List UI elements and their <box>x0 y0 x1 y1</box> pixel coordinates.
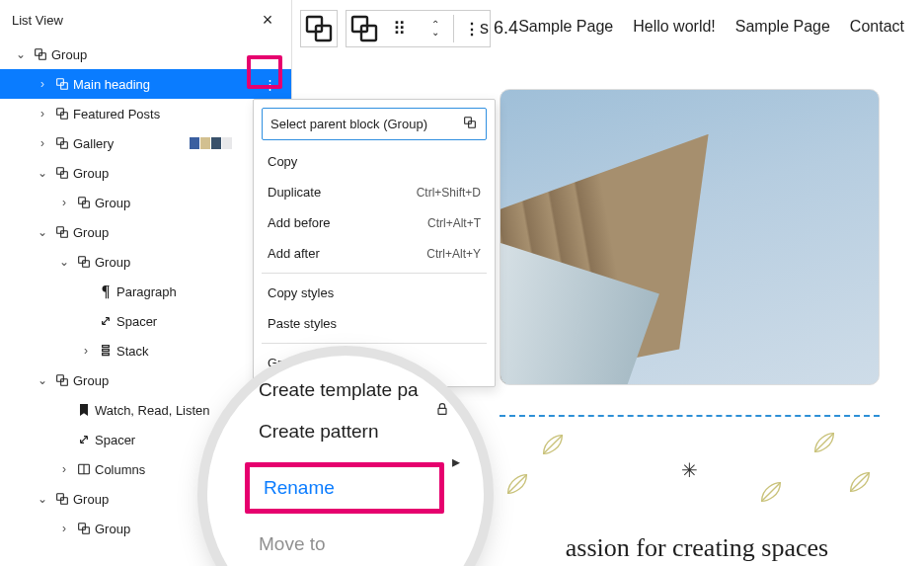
svg-rect-15 <box>83 202 90 208</box>
svg-rect-2 <box>352 17 367 32</box>
svg-rect-17 <box>61 231 68 238</box>
group-icon <box>51 135 73 151</box>
svg-rect-33 <box>438 408 446 414</box>
chevron-down-icon[interactable]: ⌄ <box>55 255 73 269</box>
svg-rect-7 <box>61 83 68 90</box>
paragraph-icon: ¶ <box>95 283 116 300</box>
list-view-title: List View <box>12 13 63 28</box>
block-context-menu: Select parent block (Group) CopyDuplicat… <box>253 99 496 387</box>
svg-rect-10 <box>57 138 64 145</box>
select-parent-label: Select parent block (Group) <box>270 117 427 131</box>
chevron-right-icon[interactable]: › <box>34 107 51 121</box>
list-view-header: List View × <box>0 0 291 36</box>
svg-rect-9 <box>61 113 68 120</box>
svg-rect-29 <box>79 524 86 530</box>
svg-rect-27 <box>57 494 64 501</box>
svg-rect-1 <box>316 26 331 40</box>
group-icon <box>73 521 95 536</box>
nav-link[interactable]: Sample Page <box>518 18 613 36</box>
group-icon[interactable] <box>346 11 382 46</box>
menu-item-label: Duplicate <box>268 185 321 200</box>
chevron-down-icon[interactable]: ⌄ <box>34 166 51 180</box>
toolbar-group-layout: ⠿ ⌃⌄ ⋮ <box>346 10 491 47</box>
select-parent-button[interactable]: Select parent block (Group) <box>262 108 487 140</box>
list-item[interactable]: ›Gallery <box>0 128 291 158</box>
group-icon <box>51 224 73 240</box>
close-icon[interactable]: × <box>256 8 279 32</box>
chevron-right-icon[interactable]: › <box>55 462 73 476</box>
svg-rect-8 <box>57 109 64 116</box>
menu-item[interactable]: DuplicateCtrl+Shift+D <box>262 177 487 207</box>
svg-rect-19 <box>83 261 90 268</box>
svg-rect-24 <box>61 379 68 386</box>
menu-item-move-to[interactable]: Move to <box>259 533 484 555</box>
menu-item[interactable]: Copy styles <box>262 278 487 308</box>
block-toolbar: ⠿ ⌃⌄ ⋮ <box>300 10 491 47</box>
list-item[interactable]: ¶Paragraph <box>0 277 291 306</box>
list-item[interactable]: ⌄Group <box>0 158 291 188</box>
svg-rect-0 <box>307 17 322 32</box>
menu-item-label: Copy <box>268 154 297 169</box>
menu-item[interactable]: Copy <box>262 146 487 177</box>
menu-item[interactable]: Add beforeCtrl+Alt+T <box>262 207 487 238</box>
chevron-right-icon[interactable]: › <box>55 196 73 209</box>
chevron-right-icon[interactable]: › <box>34 77 51 91</box>
list-item[interactable]: ›Featured Posts <box>0 99 291 128</box>
svg-rect-28 <box>61 498 68 505</box>
menu-item-shortcut: Ctrl+Shift+D <box>417 186 481 200</box>
menu-item[interactable]: Add afterCtrl+Alt+Y <box>262 238 487 269</box>
menu-item[interactable]: Paste styles <box>262 308 487 339</box>
list-item[interactable]: ⌄Group <box>0 247 291 277</box>
list-item-label: Group <box>51 47 283 62</box>
more-options-icon[interactable]: ⋮ <box>256 70 283 98</box>
chevron-down-icon[interactable]: ⌄ <box>12 47 30 61</box>
list-item[interactable]: ›Group <box>0 188 291 217</box>
svg-rect-20 <box>103 346 110 348</box>
chevron-down-icon[interactable]: ⌄ <box>34 373 51 387</box>
chevron-down-icon[interactable]: ⌄ <box>34 492 51 506</box>
toolbar-group-block <box>300 10 338 47</box>
hero-image <box>500 89 880 385</box>
svg-rect-31 <box>465 118 472 124</box>
svg-rect-12 <box>57 168 64 175</box>
menu-item-shortcut: Ctrl+Alt+Y <box>426 247 481 261</box>
chevron-right-icon: ▸ <box>452 452 460 471</box>
group-icon[interactable] <box>301 11 337 46</box>
asterisk-icon: ✳ <box>681 458 698 482</box>
menu-item-shortcut: Ctrl+Alt+T <box>427 216 481 230</box>
list-item[interactable]: ⌄Group <box>0 217 291 247</box>
svg-rect-5 <box>39 53 46 60</box>
chevron-right-icon[interactable]: › <box>55 522 73 535</box>
list-item[interactable]: ›Stack <box>0 336 291 365</box>
nav-link[interactable]: Hello world! <box>633 18 716 36</box>
svg-rect-23 <box>57 375 64 382</box>
nav-link[interactable]: Contact <box>850 18 904 36</box>
spacer-icon <box>73 432 95 447</box>
svg-rect-4 <box>36 49 42 56</box>
list-item[interactable]: Spacer <box>0 306 291 336</box>
list-item[interactable]: ⌄Group <box>0 365 291 395</box>
menu-divider <box>262 343 487 344</box>
list-item[interactable]: ›Main heading⋮ <box>0 69 291 99</box>
list-item[interactable]: ⌄Group <box>0 40 291 69</box>
chevron-right-icon[interactable]: › <box>77 344 95 358</box>
menu-item-label: Add after <box>268 246 320 261</box>
bookmark-icon <box>73 402 95 418</box>
menu-item-rename[interactable]: Rename <box>245 462 444 514</box>
chevron-down-icon[interactable]: ⌄ <box>34 225 51 239</box>
chevron-right-icon[interactable]: › <box>34 136 51 150</box>
menu-item-create-pattern[interactable]: Create pattern <box>259 421 484 443</box>
group-icon <box>51 491 73 507</box>
svg-rect-3 <box>361 26 376 40</box>
site-title-fragment: s 6.4 <box>480 18 518 39</box>
svg-rect-14 <box>79 198 86 204</box>
spacer-icon <box>95 313 116 329</box>
nav-link[interactable]: Sample Page <box>735 18 830 36</box>
svg-rect-11 <box>61 142 68 149</box>
group-icon <box>73 254 95 270</box>
menu-item-label: Paste styles <box>268 316 337 331</box>
group-icon <box>51 372 73 388</box>
drag-handle-icon[interactable]: ⠿ <box>382 11 418 46</box>
move-up-down-icon[interactable]: ⌃⌄ <box>418 11 453 46</box>
svg-rect-16 <box>57 227 64 234</box>
